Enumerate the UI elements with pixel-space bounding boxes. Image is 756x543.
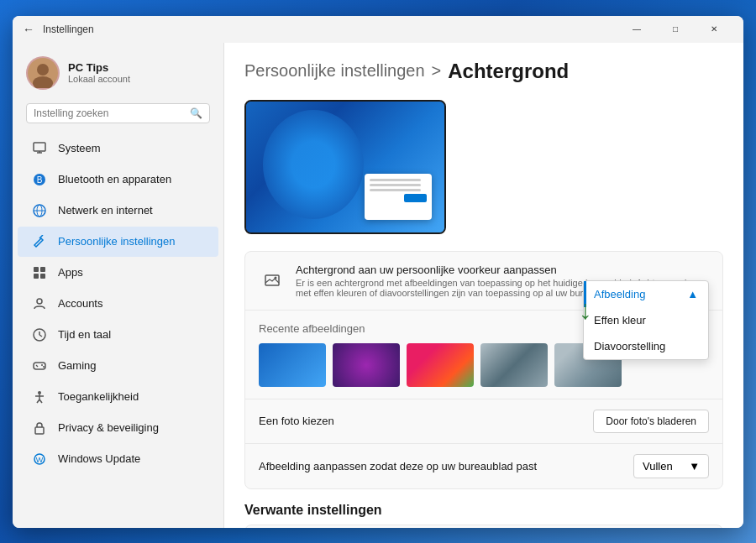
back-button[interactable]: ← [23, 23, 34, 36]
nav-update[interactable]: W Windows Update [18, 444, 218, 474]
nav-tijd[interactable]: Tijd en taal [18, 320, 218, 350]
netwerk-icon [31, 202, 48, 219]
preview-dialog-btn [404, 194, 427, 202]
user-section: PC Tips Lokaal account [13, 50, 223, 103]
dropdown-chevron-up: ▲ [687, 288, 698, 300]
svg-line-22 [36, 365, 38, 367]
accounts-label: Accounts [58, 297, 102, 310]
background-type-row: Achtergrond aan uw persoonlijke voorkeur… [245, 252, 722, 311]
search-box[interactable]: 🔍 [26, 103, 210, 123]
contrast-themes-item[interactable]: Contrastthema's Kleurenthema's voor slec… [244, 525, 723, 528]
type-dropdown-menu: Afbeelding ▲ Effen kleur Diavoorstelling [583, 280, 709, 360]
svg-rect-14 [34, 274, 39, 279]
update-label: Windows Update [58, 452, 140, 465]
title-bar: ← Instellingen — □ ✕ [13, 16, 743, 43]
accounts-icon [31, 295, 48, 312]
svg-point-23 [41, 364, 43, 366]
privacy-label: Privacy & beveiliging [58, 421, 159, 434]
background-section: Achtergrond aan uw persoonlijke voorkeur… [244, 251, 723, 489]
toegankelijkheid-icon [31, 389, 48, 405]
maximize-button[interactable]: □ [656, 16, 695, 43]
search-icon: 🔍 [190, 107, 202, 119]
nav-toegankelijkheid[interactable]: Toegankelijkheid [18, 382, 218, 412]
svg-rect-30 [35, 427, 44, 434]
svg-rect-15 [40, 274, 45, 279]
svg-rect-20 [34, 363, 45, 369]
settings-window: ← Instellingen — □ ✕ PC Tips [13, 16, 743, 528]
gaming-label: Gaming [58, 359, 97, 372]
fit-label: Afbeelding aanpassen zodat deze op uw bu… [259, 460, 633, 473]
search-input[interactable] [34, 107, 185, 119]
user-info: PC Tips Lokaal account [68, 61, 210, 84]
bluetooth-label: Bluetooth en apparaten [58, 173, 171, 185]
gaming-icon [31, 358, 48, 374]
green-arrow-indicator: ↓ [579, 295, 592, 326]
nav-persoonlijk[interactable]: Persoonlijke instellingen [18, 227, 218, 257]
privacy-icon [31, 420, 48, 436]
fit-dropdown-chevron: ▼ [689, 460, 700, 473]
persoonlijk-icon [31, 233, 48, 250]
fit-row: Afbeelding aanpassen zodat deze op uw bu… [245, 444, 722, 488]
svg-point-24 [43, 366, 45, 368]
svg-point-16 [37, 299, 42, 304]
page-title: Achtergrond [448, 60, 569, 83]
systeem-label: Systeem [58, 142, 101, 154]
dropdown-item-afbeelding[interactable]: Afbeelding ▲ [584, 281, 708, 307]
svg-rect-12 [34, 267, 39, 272]
preview-dialog-line2 [370, 184, 421, 186]
preview-dialog-line1 [370, 179, 421, 181]
user-account: Lokaal account [68, 74, 210, 84]
choose-photo-row: Een foto kiezen Door foto's bladeren [245, 399, 722, 444]
recent-img-1[interactable] [259, 343, 326, 387]
tijd-label: Tijd en taal [58, 328, 111, 341]
svg-text:B: B [37, 175, 43, 185]
fit-value: Vullen [643, 460, 673, 473]
preview-shape [263, 110, 364, 219]
preview-dialog [365, 174, 432, 220]
nav-accounts[interactable]: Accounts [18, 289, 218, 319]
nav-apps[interactable]: Apps [18, 258, 218, 288]
breadcrumb-sep: > [432, 61, 442, 81]
minimize-button[interactable]: — [617, 16, 656, 43]
svg-point-1 [37, 64, 49, 76]
svg-line-29 [39, 399, 42, 403]
nav-privacy[interactable]: Privacy & beveiliging [18, 413, 218, 443]
page-header: Persoonlijke instellingen > Achtergrond [244, 60, 723, 83]
window-body: PC Tips Lokaal account 🔍 Systeem B [13, 43, 743, 528]
toegankelijkheid-label: Toegankelijkheid [58, 390, 139, 403]
nav-gaming[interactable]: Gaming [18, 351, 218, 381]
avatar [26, 56, 60, 90]
nav-netwerk[interactable]: Netwerk en internet [18, 196, 218, 226]
apps-icon [31, 264, 48, 281]
background-title: Achtergrond aan uw persoonlijke voorkeur… [296, 264, 699, 276]
systeem-icon [31, 140, 48, 157]
bluetooth-icon: B [31, 171, 48, 188]
close-button[interactable]: ✕ [695, 16, 733, 43]
background-icon [259, 267, 286, 294]
svg-rect-13 [40, 267, 45, 272]
recent-img-3[interactable] [407, 343, 474, 387]
svg-line-19 [39, 335, 42, 337]
svg-point-34 [275, 277, 277, 279]
svg-point-25 [38, 391, 41, 394]
dropdown-item-effen[interactable]: Effen kleur [584, 307, 708, 333]
apps-label: Apps [58, 266, 83, 279]
choose-photo-label: Een foto kiezen [259, 415, 593, 427]
persoonlijk-label: Persoonlijke instellingen [58, 235, 175, 248]
nav-bluetooth[interactable]: B Bluetooth en apparaten [18, 164, 218, 195]
dropdown-item-dia[interactable]: Diavoorstelling [584, 333, 708, 359]
update-icon: W [31, 451, 48, 467]
user-name: PC Tips [68, 61, 210, 74]
recent-img-2[interactable] [333, 343, 400, 387]
fit-dropdown[interactable]: Vullen ▼ [633, 454, 709, 478]
browse-photos-button[interactable]: Door foto's bladeren [593, 410, 709, 433]
related-settings-title: Verwante instellingen [244, 503, 723, 518]
svg-text:W: W [36, 456, 44, 464]
window-controls: — □ ✕ [617, 16, 733, 43]
svg-rect-3 [34, 143, 45, 151]
recent-img-4[interactable] [480, 343, 548, 387]
main-content: Persoonlijke instellingen > Achtergrond [224, 43, 743, 528]
nav-systeem[interactable]: Systeem [18, 133, 218, 164]
tijd-icon [31, 326, 48, 343]
window-title: Instellingen [43, 23, 617, 35]
